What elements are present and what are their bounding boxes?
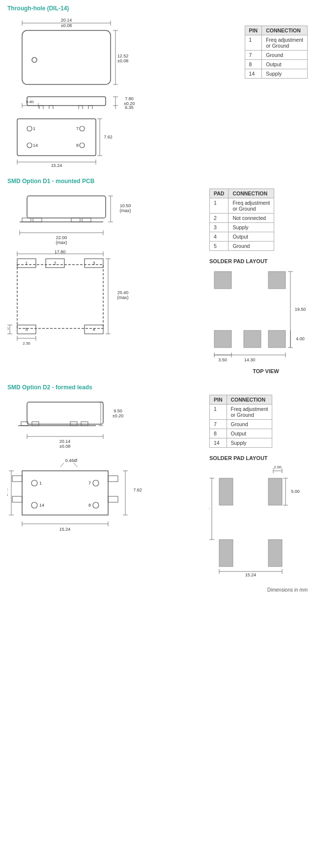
svg-text:7.80: 7.80: [125, 96, 134, 101]
svg-point-135: [31, 480, 37, 486]
svg-text:25.40: 25.40: [117, 290, 129, 295]
svg-text:10.50: 10.50: [120, 203, 131, 208]
section3-table: PIN CONNECTION 1 Freq adjustmentor Groun…: [209, 395, 272, 448]
svg-text:15.24: 15.24: [59, 527, 71, 532]
table-row: 8 Output: [245, 60, 307, 69]
svg-rect-158: [219, 540, 233, 567]
svg-rect-93: [214, 271, 231, 289]
svg-text:4: 4: [92, 327, 95, 332]
table-row: 1 Freq adjustmentor Ground: [245, 35, 307, 51]
smd-d2-solder-layout: 2.00 5.00 5.60: [209, 463, 308, 576]
svg-line-129: [74, 463, 77, 467]
col-pin: PIN: [210, 395, 227, 405]
svg-point-137: [31, 502, 37, 508]
svg-point-33: [27, 126, 32, 131]
svg-text:7: 7: [88, 481, 91, 486]
section3-title: SMD Option D2 - formed leads: [7, 384, 308, 391]
svg-text:20.14: 20.14: [59, 439, 71, 444]
svg-text:14.30: 14.30: [244, 357, 256, 362]
table-row: 14 Supply: [245, 69, 307, 79]
svg-rect-95: [214, 330, 231, 348]
svg-rect-134: [108, 496, 118, 502]
svg-text:7.62: 7.62: [133, 488, 142, 492]
svg-text:2.50: 2.50: [7, 326, 9, 331]
svg-text:15.24: 15.24: [245, 572, 257, 576]
table-row: 3 Supply: [210, 223, 274, 232]
svg-text:(max): (max): [120, 208, 131, 213]
section3-solder-title: SOLDER PAD LAYOUT: [209, 455, 308, 461]
svg-rect-133: [108, 476, 118, 482]
svg-text:14: 14: [39, 503, 44, 508]
svg-text:±0.08: ±0.08: [61, 23, 72, 28]
smd-d2-pin: 0.46Ø 1 14: [7, 456, 145, 535]
svg-text:0.46Ø: 0.46Ø: [65, 458, 78, 463]
section1-table: PIN CONNECTION 1 Freq adjustmentor Groun…: [245, 26, 308, 79]
svg-text:5.00: 5.00: [291, 489, 300, 494]
svg-rect-94: [268, 271, 286, 289]
smd-d2-side: 9.50 ±0.20 20.14 ±0.08: [7, 395, 145, 454]
section-smd-d1: SMD Option D1 - mounted PCB: [7, 178, 308, 374]
svg-rect-96: [244, 330, 261, 348]
svg-text:12.52: 12.52: [117, 54, 129, 58]
svg-point-139: [93, 480, 99, 486]
table-row: 2 Not connected: [210, 214, 274, 223]
svg-rect-159: [268, 540, 282, 567]
svg-text:2: 2: [54, 261, 56, 266]
section2-right: PAD CONNECTION 1 Freq adjustmentor Groun…: [209, 189, 308, 374]
section1-diagrams: 20.14 ±0.08 12.52 ±0.08: [7, 16, 240, 168]
section2-content: 10.50 (max) 22.00 (max): [7, 189, 308, 374]
svg-rect-132: [12, 496, 22, 502]
svg-rect-50: [22, 218, 31, 222]
section1-content: 20.14 ±0.08 12.52 ±0.08: [7, 16, 308, 168]
section2-solder-title: SOLDER PAD LAYOUT: [209, 258, 308, 264]
svg-rect-114: [70, 422, 77, 426]
table-row: 8 Output: [210, 429, 272, 438]
svg-rect-13: [39, 106, 43, 109]
svg-text:7.62: 7.62: [104, 135, 113, 139]
table-row: 1 Freq adjustmentor Ground: [210, 405, 272, 420]
smd-d1-top: 1 2 3 5 4 17.80: [7, 250, 145, 348]
table-row: 4 Output: [210, 232, 274, 242]
section1-table-container: PIN CONNECTION 1 Freq adjustmentor Groun…: [245, 26, 308, 79]
section3-right: PIN CONNECTION 1 Freq adjustmentor Groun…: [209, 395, 308, 577]
svg-rect-15: [79, 106, 83, 109]
svg-rect-16: [88, 106, 92, 109]
svg-text:17.80: 17.80: [55, 250, 66, 254]
section2-diagrams: 10.50 (max) 22.00 (max): [7, 189, 204, 348]
section1-title: Through-hole (DIL-14): [7, 5, 308, 12]
svg-rect-12: [27, 97, 106, 106]
svg-text:1: 1: [39, 481, 42, 486]
svg-text:3.50: 3.50: [218, 357, 227, 362]
svg-text:1: 1: [25, 261, 28, 266]
svg-rect-51: [33, 218, 42, 222]
dil14-pin-diagram: 1 7 14 8 15.24: [7, 114, 115, 168]
svg-text:12.52: 12.52: [7, 488, 8, 492]
svg-text:(max): (max): [56, 240, 67, 245]
svg-point-39: [80, 143, 85, 148]
smd-d1-side: 10.50 (max) 22.00 (max): [7, 189, 145, 247]
section2-title: SMD Option D1 - mounted PCB: [7, 178, 308, 185]
svg-text:±0.08: ±0.08: [117, 58, 128, 63]
svg-text:(max): (max): [117, 295, 129, 300]
svg-point-37: [27, 143, 32, 148]
table-row: 7 Ground: [245, 51, 307, 60]
svg-rect-115: [81, 422, 88, 426]
col-pad: PAD: [210, 189, 229, 198]
svg-line-128: [60, 463, 64, 467]
svg-rect-131: [12, 476, 22, 482]
section3-diagrams: 9.50 ±0.20 20.14 ±0.08 0.46Ø: [7, 395, 204, 535]
svg-text:±0.08: ±0.08: [59, 444, 70, 449]
svg-rect-65: [17, 265, 103, 328]
svg-rect-157: [268, 478, 282, 505]
svg-text:20.14: 20.14: [61, 18, 72, 23]
svg-rect-156: [219, 478, 233, 505]
svg-point-1: [32, 57, 37, 62]
col-connection: CONNECTION: [262, 26, 308, 35]
table-row: 7 Ground: [210, 420, 272, 429]
svg-rect-52: [71, 218, 80, 222]
svg-text:4.00: 4.00: [296, 336, 305, 341]
svg-rect-97: [268, 330, 286, 348]
svg-text:6.35: 6.35: [125, 105, 134, 109]
svg-rect-130: [22, 471, 108, 515]
svg-text:8: 8: [88, 503, 91, 508]
